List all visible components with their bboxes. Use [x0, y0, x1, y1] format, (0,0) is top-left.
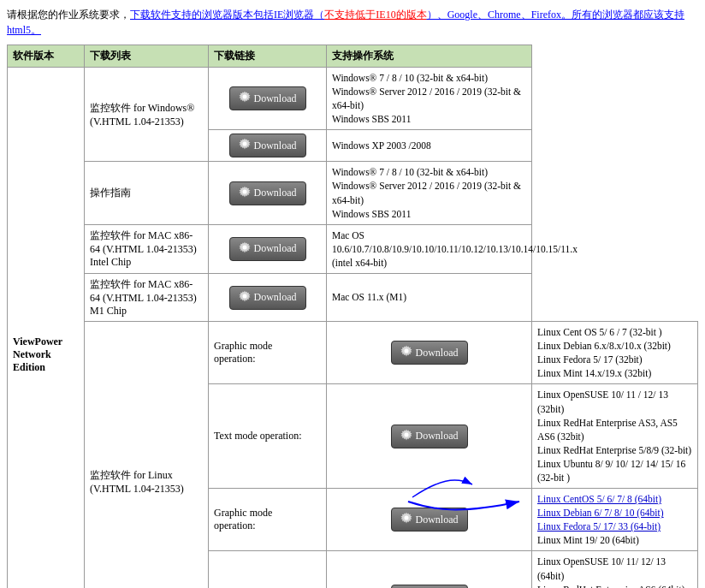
- download-link-cell: Download: [327, 489, 532, 551]
- intro-warning: 不支持低于IE10的版本: [324, 9, 426, 21]
- gear-icon: [400, 429, 412, 444]
- download-link-cell: Download: [327, 384, 532, 489]
- table-row: 监控软件 for Linux(V.HTML 1.04-21353) Graphi…: [8, 322, 698, 384]
- download-button-win1[interactable]: Download: [229, 86, 306, 110]
- download-button-label: Download: [416, 347, 459, 359]
- os-text-linux-graphic64: Linux CentOS 5/ 6/ 7/ 8 (64bit) Linux De…: [532, 489, 698, 551]
- header-software-version: 软件版本: [8, 45, 85, 68]
- os-text-mac-m1: Mac OS 11.x (M1): [327, 274, 532, 322]
- table-row: ViewPowerNetwork Edition 监控软件 for Window…: [8, 68, 698, 130]
- download-link-cell: Download: [209, 224, 327, 273]
- download-button-mac-intel[interactable]: Download: [229, 237, 306, 261]
- main-table: 软件版本 下载列表 下载链接 支持操作系统 ViewPowerNetwork E…: [7, 45, 698, 588]
- list-label-mac-m1: 监控软件 for MAC x86-64 (V.HTML 1.04-21353) …: [85, 274, 209, 322]
- os-text-linux-graphic32: Linux Cent OS 5/ 6 / 7 (32-bit )Linux De…: [532, 322, 698, 384]
- download-button-linux-graphic32[interactable]: Download: [391, 341, 468, 365]
- download-link-cell: Download: [327, 551, 532, 588]
- list-label-linux: 监控软件 for Linux(V.HTML 1.04-21353): [85, 322, 209, 588]
- download-link-cell: Download: [209, 274, 327, 322]
- os-text-linux-text64: Linux OpenSUSE 10/ 11/ 12/ 13 (64bit)Lin…: [532, 551, 698, 588]
- header-supported-os: 支持操作系统: [327, 45, 532, 68]
- section-label-viewpower: ViewPowerNetwork Edition: [8, 68, 85, 589]
- gear-icon: [400, 512, 412, 527]
- download-button-manual[interactable]: Download: [229, 181, 306, 205]
- annotation-arrow: [404, 497, 405, 498]
- table-row: 监控软件 for MAC x86-64 (V.HTML 1.04-21353) …: [8, 274, 698, 322]
- download-button-linux-text64[interactable]: Download: [391, 585, 468, 588]
- download-button-label: Download: [254, 242, 297, 255]
- os-text-win1: Windows® 7 / 8 / 10 (32-bit & x64-bit)Wi…: [327, 68, 532, 130]
- download-button-linux-text32[interactable]: Download: [391, 425, 468, 448]
- download-button-label: Download: [254, 291, 297, 304]
- list-label-windows: 监控软件 for Windows® (V.HTML 1.04-21353): [85, 68, 209, 162]
- download-button-mac-m1[interactable]: Download: [229, 286, 306, 310]
- download-button-linux-graphic64[interactable]: Download: [391, 508, 468, 532]
- download-button-label: Download: [254, 140, 297, 152]
- gear-icon: [239, 138, 251, 153]
- operation-label-linux-graphic32: Graphic modeoperation:: [209, 322, 327, 384]
- gear-icon: [239, 241, 251, 257]
- operation-label-linux-text32: Text mode operation:: [209, 384, 327, 489]
- gear-icon: [239, 186, 251, 201]
- download-link-cell: Download: [209, 130, 327, 162]
- header-download-link: 下载链接: [209, 45, 327, 68]
- download-link-cell: Download: [209, 68, 327, 130]
- download-button-label: Download: [416, 514, 459, 526]
- download-link-cell: Download: [327, 322, 532, 384]
- gear-icon: [400, 345, 412, 360]
- intro-paragraph: 请根据您的作业系统要求，下载软件支持的浏览器版本包括IE浏览器（不支持低于IE1…: [7, 7, 698, 38]
- download-button-label: Download: [254, 92, 297, 105]
- download-button-label: Download: [254, 187, 297, 199]
- os-text-win2: Windows XP 2003 /2008: [327, 130, 532, 162]
- list-label-mac-intel: 监控软件 for MAC x86-64 (V.HTML 1.04-21353) …: [85, 224, 209, 273]
- os-text-manual: Windows® 7 / 8 / 10 (32-bit & x64-bit)Wi…: [327, 162, 532, 224]
- operation-label-linux-graphic64: Graphic modeoperation:: [209, 489, 327, 551]
- gear-icon: [239, 290, 251, 306]
- download-button-win2[interactable]: Download: [229, 134, 306, 157]
- os-text-linux-text32: Linux OpenSUSE 10/ 11 / 12/ 13 (32bit)Li…: [532, 384, 698, 489]
- operation-label-linux-text64: Text mode operation:: [209, 551, 327, 588]
- table-row: 监控软件 for MAC x86-64 (V.HTML 1.04-21353) …: [8, 224, 698, 273]
- intro-highlight: 下载软件支持的浏览器版本包括IE浏览器（不支持低于IE10的版本）、Google…: [7, 9, 684, 36]
- download-button-label: Download: [416, 430, 459, 442]
- os-text-mac-intel: Mac OS10.6/10.7/10.8/10.9/10.10/10.11/10…: [327, 224, 532, 273]
- header-download-list: 下载列表: [85, 45, 209, 68]
- download-link-cell: Download: [209, 162, 327, 224]
- table-row: 操作指南 Download Windows® 7 / 8 / 10 (32-bi…: [8, 162, 698, 224]
- list-label-manual: 操作指南: [85, 162, 209, 224]
- gear-icon: [239, 91, 251, 106]
